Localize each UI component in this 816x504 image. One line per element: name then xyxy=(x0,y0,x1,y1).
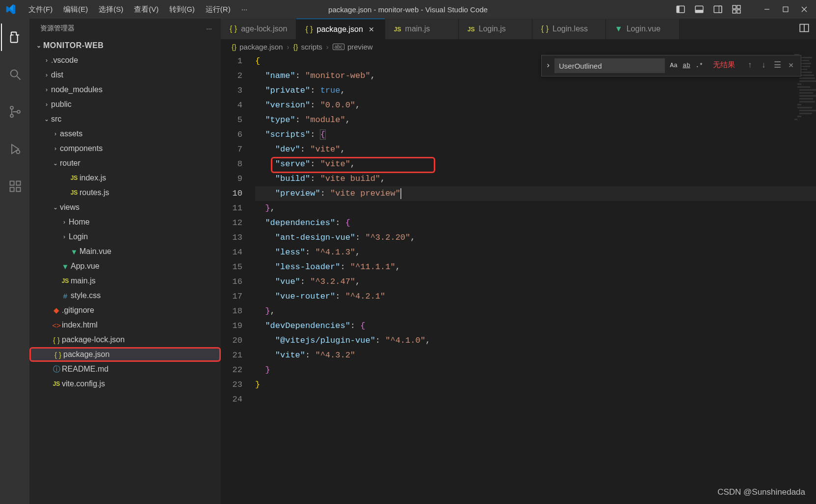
tree-file[interactable]: JSindex.js xyxy=(29,171,221,185)
code-line[interactable]: "serve": "vite", xyxy=(255,157,816,172)
code-line[interactable]: "ant-design-vue": "^3.2.20", xyxy=(255,230,816,245)
menu-item[interactable]: 转到(G) xyxy=(164,3,200,16)
activity-explorer[interactable] xyxy=(1,24,28,51)
code-line[interactable]: "build": "vite build", xyxy=(255,172,816,186)
activity-extensions[interactable] xyxy=(1,173,28,200)
code-line[interactable]: "type": "module", xyxy=(255,113,816,127)
tree-file[interactable]: { }package.json xyxy=(29,347,221,362)
regex-icon[interactable]: .* xyxy=(693,60,705,72)
code-line[interactable]: "dev": "vite", xyxy=(255,142,816,157)
code-line[interactable]: "dependencies": { xyxy=(255,216,816,230)
search-expand-icon[interactable]: › xyxy=(542,58,554,73)
tree-folder[interactable]: ⌄views xyxy=(29,200,221,215)
match-case-icon[interactable]: Aa xyxy=(668,60,680,72)
tree-file[interactable]: JSmain.js xyxy=(29,274,221,288)
code-line[interactable]: "private": true, xyxy=(255,83,816,98)
editor-tab[interactable]: { }Login.less xyxy=(532,19,606,39)
editor-tab[interactable]: ▼Login.vue xyxy=(606,19,680,39)
tree-file[interactable]: { }package-lock.json xyxy=(29,332,221,347)
menu-item[interactable]: 选择(S) xyxy=(94,3,128,16)
code-line[interactable]: } xyxy=(255,363,816,378)
svg-rect-20 xyxy=(10,181,14,185)
tree-label: .gitignore xyxy=(62,306,94,315)
code-line[interactable]: }, xyxy=(255,304,816,319)
code-line[interactable]: } xyxy=(255,378,816,392)
menu-item[interactable]: ··· xyxy=(237,3,253,16)
code-line[interactable]: }, xyxy=(255,201,816,216)
window-title: package.json - monitor-web - Visual Stud… xyxy=(328,5,488,14)
menu-item[interactable]: 文件(F) xyxy=(24,3,57,16)
breadcrumbs[interactable]: {}package.json›{}scripts›abcpreview xyxy=(221,39,816,54)
split-editor-icon[interactable] xyxy=(799,23,809,35)
find-in-selection-icon[interactable]: ☰ xyxy=(771,60,783,72)
activity-search[interactable] xyxy=(1,61,28,88)
file-tree: ⌄ MONITOR-WEB ›.vscode›dist›node_modules… xyxy=(29,38,221,504)
close-tab-icon[interactable]: ✕ xyxy=(367,25,376,34)
tree-file[interactable]: ▼Main.vue xyxy=(29,244,221,259)
code-content[interactable]: { "name": "monitor-web", "private": true… xyxy=(255,54,816,504)
tree-folder[interactable]: ›assets xyxy=(29,126,221,141)
layout-left-icon[interactable] xyxy=(674,2,687,16)
tree-label: assets xyxy=(60,129,82,138)
menu-item[interactable]: 运行(R) xyxy=(201,3,236,16)
window-close-icon[interactable] xyxy=(797,2,811,16)
tree-folder[interactable]: ⌄router xyxy=(29,156,221,171)
activity-run[interactable] xyxy=(1,135,28,163)
tree-folder[interactable]: ›Home xyxy=(29,215,221,229)
close-search-icon[interactable]: ✕ xyxy=(785,60,797,72)
next-match-icon[interactable]: ↓ xyxy=(758,60,769,72)
code-line[interactable]: "scripts": { xyxy=(255,127,816,142)
code-line[interactable]: "@vitejs/plugin-vue": "^4.1.0", xyxy=(255,333,816,348)
editor-tab[interactable]: { }package.json✕ xyxy=(296,19,385,39)
tree-folder[interactable]: ›dist xyxy=(29,68,221,82)
chevron-right-icon: › xyxy=(60,219,69,226)
code-line[interactable] xyxy=(255,392,816,407)
tree-root[interactable]: ⌄ MONITOR-WEB xyxy=(29,38,221,53)
editor[interactable]: › Aa ab .* 无结果 ↑ ↓ ☰ ✕ 12345678910111213… xyxy=(221,54,816,504)
tree-folder[interactable]: ›.vscode xyxy=(29,53,221,68)
tree-label: App.vue xyxy=(71,262,100,271)
code-line[interactable]: "vite": "^4.3.2" xyxy=(255,348,816,363)
prev-match-icon[interactable]: ↑ xyxy=(744,60,756,72)
tree-folder[interactable]: ›public xyxy=(29,97,221,112)
tree-file[interactable]: JSroutes.js xyxy=(29,185,221,200)
code-line[interactable]: "less-loader": "^11.1.1", xyxy=(255,260,816,275)
tree-folder[interactable]: ⌄src xyxy=(29,112,221,126)
editor-tab[interactable]: JSLogin.js xyxy=(459,19,532,39)
code-line[interactable]: "less": "^4.1.3", xyxy=(255,245,816,260)
breadcrumb-item[interactable]: {}package.json xyxy=(232,43,283,51)
tree-file[interactable]: #style.css xyxy=(29,288,221,303)
more-icon[interactable]: ··· xyxy=(206,25,212,32)
tree-folder[interactable]: ›node_modules xyxy=(29,82,221,97)
code-line[interactable]: "preview": "vite preview" xyxy=(255,186,816,201)
tree-folder[interactable]: ›Login xyxy=(29,229,221,244)
match-whole-word-icon[interactable]: ab xyxy=(681,60,692,72)
tree-label: Main.vue xyxy=(79,247,111,256)
layout-bottom-icon[interactable] xyxy=(692,2,706,16)
menu-item[interactable]: 查看(V) xyxy=(129,3,163,16)
search-input[interactable] xyxy=(554,58,665,73)
tree-folder[interactable]: ›components xyxy=(29,141,221,156)
tab-label: Login.less xyxy=(553,25,588,33)
code-line[interactable]: "vue": "^3.2.47", xyxy=(255,275,816,289)
activity-scm[interactable] xyxy=(1,98,28,126)
tree-file[interactable]: ⓘREADME.md xyxy=(29,362,221,377)
code-line[interactable]: "devDependencies": { xyxy=(255,319,816,333)
breadcrumb-item[interactable]: abcpreview xyxy=(333,43,373,51)
tree-file[interactable]: <>index.html xyxy=(29,318,221,332)
tree-file[interactable]: JSvite.config.js xyxy=(29,377,221,391)
code-line[interactable]: "version": "0.0.0", xyxy=(255,98,816,113)
menu-item[interactable]: 编辑(E) xyxy=(58,3,93,16)
menu-bar: 文件(F)编辑(E)选择(S)查看(V)转到(G)运行(R)··· xyxy=(24,3,252,16)
editor-tab[interactable]: { }age-lock.json xyxy=(221,19,296,39)
layout-right-icon[interactable] xyxy=(711,2,725,16)
tree-file[interactable]: ▼App.vue xyxy=(29,259,221,274)
window-minimize-icon[interactable] xyxy=(760,2,774,16)
code-line[interactable]: "vue-router": "^4.2.1" xyxy=(255,289,816,304)
breadcrumb-item[interactable]: {}scripts xyxy=(293,43,322,51)
file-icon: JS xyxy=(69,189,79,196)
window-maximize-icon[interactable] xyxy=(779,2,792,16)
layout-customization-icon[interactable] xyxy=(730,2,743,16)
editor-tab[interactable]: JSmain.js xyxy=(385,19,459,39)
tree-file[interactable]: ◆.gitignore xyxy=(29,303,221,318)
